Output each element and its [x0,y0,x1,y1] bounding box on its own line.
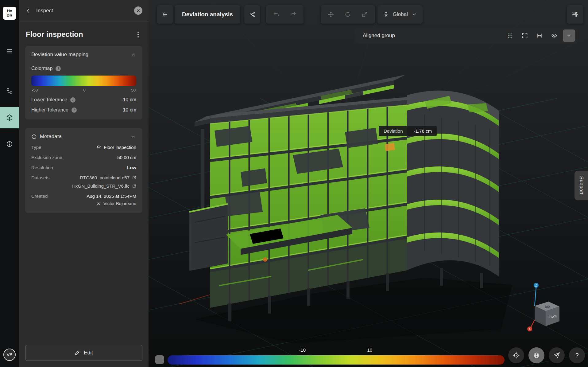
metadata-value: Low [127,165,136,170]
analysis-name: Floor inspection [26,30,83,39]
z-axis [535,287,536,306]
share-button[interactable] [244,5,260,24]
back-button[interactable] [25,8,31,14]
navigation-cube[interactable]: Z X Top Front [524,282,566,336]
aligned-group-bar: Aligned group [355,28,578,44]
scalebar-lower-label: -10 [299,347,306,353]
move-tool-button[interactable] [323,5,339,24]
support-tab[interactable]: Support [574,171,588,200]
analysis-title-row: Floor inspection [19,21,149,46]
coordinate-mode-dropdown[interactable]: Global [377,5,423,24]
scale-mid: 0 [83,88,86,92]
help-button[interactable]: ? [569,347,585,363]
info-button[interactable] [0,137,19,151]
redo-button[interactable] [285,5,302,24]
chevron-left-icon [25,8,31,14]
hxdr-logo[interactable]: Hx DR [3,7,16,20]
deviation-mapping-header: Deviation value mapping [31,52,136,58]
external-link-icon [132,176,136,180]
higher-tolerance-info-icon[interactable]: i [72,107,77,113]
collapse-card-button[interactable] [131,52,136,57]
scale-max: 50 [131,88,136,92]
close-panel-button[interactable] [134,6,142,15]
higher-tolerance-row: Higher Tolerance i 10 cm [31,107,136,113]
deviation-points-toggle-button[interactable] [504,29,516,42]
zoom-to-fit-button[interactable] [519,29,531,42]
app-root: Hx DR VB Inspect [0,0,588,367]
metadata-value: Floor inspection [96,145,136,150]
info-icon [6,141,13,147]
paper-plane-icon [553,352,560,359]
redo-icon [290,11,296,18]
rail-item-inspect-active[interactable] [0,107,19,128]
person-axis-icon [383,11,389,18]
metadata-card: Metadata Type Floor inspection Exclusion… [25,128,142,213]
chevron-up-icon [131,52,136,57]
transform-group [321,5,375,24]
view-settings-button[interactable] [567,5,583,24]
deviation-scalebar: -10 10 [155,355,505,365]
scale-icon [362,11,368,18]
expand-icon [522,33,528,39]
globe-view-button[interactable] [528,347,544,363]
exit-analysis-button[interactable] [157,5,173,24]
aligned-group-title: Aligned group [363,33,395,39]
feedback-button[interactable] [549,347,565,363]
coordinate-mode-label: Global [393,11,408,18]
created-date: Aug 14, 2025 at 1:54PM [87,193,136,199]
pencil-icon [75,350,80,356]
viewport-actions: ? [508,347,585,363]
tree-icon [6,88,13,95]
undo-button[interactable] [268,5,285,24]
dataset-link-model[interactable]: HxGN_Building_STR_V6.ifc [72,183,136,189]
globe-icon [533,352,540,359]
measure-button[interactable] [533,29,546,42]
move-icon [328,11,334,18]
more-options-button[interactable] [134,30,142,39]
info-icon [31,134,37,139]
user-avatar[interactable]: VB [3,349,16,361]
metadata-label: Type [31,145,41,150]
collapse-card-button[interactable] [131,134,136,139]
metadata-label: Exclusion zone [31,155,62,160]
undo-icon [273,11,279,18]
viewport-toolbar: Deviation analysis [157,5,583,24]
x-axis [531,320,535,327]
edit-button[interactable]: Edit [25,345,142,361]
tooltip-value: -1.76 cm [414,128,432,134]
viewport-3d[interactable]: Deviation analysis [149,0,588,367]
nav-rail: Hx DR VB [0,0,19,367]
metadata-header: Metadata [31,134,136,140]
inspect-panel: Inspect Floor inspection Deviation value… [19,0,149,367]
metadata-label: Created [31,193,48,199]
lower-tolerance-info-icon[interactable]: i [70,97,75,103]
main-menu-button[interactable] [0,44,19,58]
deviation-mapping-card: Deviation value mapping Colormap i -50 0… [25,46,142,119]
metadata-row-created: Created Aug 14, 2025 at 1:54PM Victor Bu… [31,193,136,206]
inspect-panel-header: Inspect [19,0,149,21]
visibility-button[interactable] [548,29,560,42]
colormap-info-icon[interactable]: i [56,66,61,71]
datasets-tree-button[interactable] [0,84,19,98]
card-title: Metadata [40,134,62,140]
collapse-group-button[interactable] [563,29,575,42]
svg-text:Z: Z [535,284,537,287]
scalebar-toggle-button[interactable] [155,355,164,364]
metadata-value: 50.00 cm [117,155,136,160]
scene-canvas[interactable] [149,0,588,367]
question-mark-icon: ? [575,352,578,359]
analysis-title-chip: Deviation analysis [175,5,240,24]
scalebar-upper-label: 10 [367,347,372,353]
metadata-row-resolution: Resolution Low [31,165,136,170]
dataset-link-pointcloud[interactable]: RTC360_pointcloud.e57 [80,175,136,180]
metadata-label: Datasets [31,175,49,180]
rotate-tool-button[interactable] [339,5,356,24]
hamburger-icon [6,48,13,55]
lower-tolerance-row: Lower Tolerance i -10 cm [31,97,136,103]
created-author: Victor Bujoreanu [96,201,136,206]
metadata-row-type: Type Floor inspection [31,145,136,150]
scale-min: -50 [32,88,38,92]
locate-button[interactable] [508,347,524,363]
scale-tool-button[interactable] [356,5,373,24]
tooltip-label: Deviation [384,128,403,134]
